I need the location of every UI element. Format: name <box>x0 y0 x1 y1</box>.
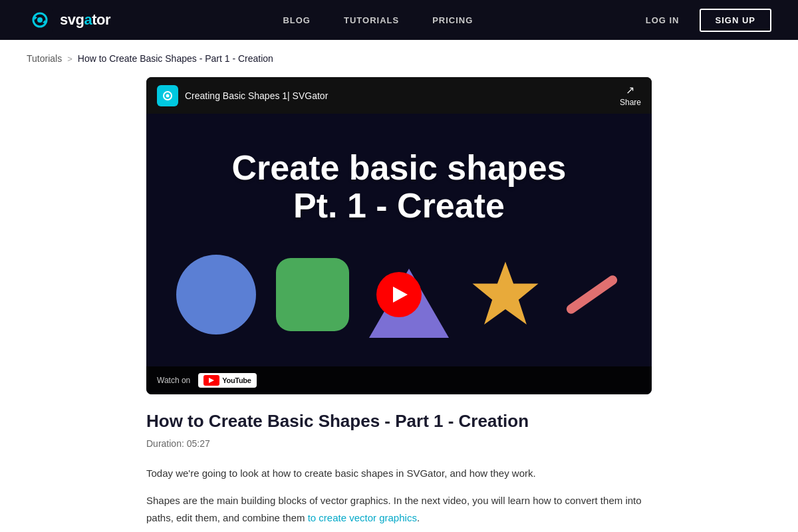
nav-tutorials[interactable]: TUTORIALS <box>344 15 399 25</box>
play-button[interactable] <box>376 272 422 317</box>
header-actions: LOG IN SIGN UP <box>646 9 771 32</box>
mini-logo-svg <box>161 89 174 102</box>
watch-on-label: Watch on <box>157 376 190 385</box>
video-title-bar-text: Creating Basic Shapes 1| SVGator <box>185 90 328 101</box>
video-top-bar: Creating Basic Shapes 1| SVGator ↗ Share <box>146 77 652 114</box>
shape-rounded-rect <box>276 258 349 331</box>
svgator-logo-icon <box>27 7 53 33</box>
youtube-logo[interactable]: YouTube <box>198 373 256 388</box>
shape-circle <box>176 255 256 334</box>
main-content: Creating Basic Shapes 1| SVGator ↗ Share… <box>120 77 678 532</box>
breadcrumb: Tutorials > How to Create Basic Shapes -… <box>0 40 798 77</box>
svg-point-4 <box>166 94 170 97</box>
svg-marker-5 <box>473 262 539 325</box>
video-thumbnail[interactable]: Create basic shapes Pt. 1 - Create <box>146 114 652 366</box>
nav-pricing[interactable]: PRICING <box>432 15 473 25</box>
breadcrumb-parent-link[interactable]: Tutorials <box>27 53 62 64</box>
video-bottom-bar: Watch on YouTube <box>146 366 652 394</box>
video-container[interactable]: Creating Basic Shapes 1| SVGator ↗ Share… <box>146 77 652 394</box>
breadcrumb-separator: > <box>67 54 72 64</box>
header: svgator BLOG TUTORIALS PRICING LOG IN SI… <box>0 0 798 40</box>
play-button-circle[interactable] <box>376 272 422 317</box>
shape-line <box>565 274 619 316</box>
nav-blog[interactable]: BLOG <box>283 15 311 25</box>
svgator-mini-logo <box>157 85 178 106</box>
breadcrumb-current-page: How to Create Basic Shapes - Part 1 - Cr… <box>78 53 273 64</box>
youtube-icon <box>203 375 219 386</box>
login-link[interactable]: LOG IN <box>646 15 680 25</box>
article-link[interactable]: to create vector graphics <box>308 512 417 523</box>
main-nav: BLOG TUTORIALS PRICING <box>283 15 473 25</box>
share-label: Share <box>620 98 641 107</box>
article-para-2: Shapes are the main building blocks of v… <box>146 492 652 526</box>
share-icon: ↗ <box>626 84 634 96</box>
article-duration: Duration: 05:27 <box>146 438 652 449</box>
svg-point-2 <box>37 17 43 23</box>
signup-button[interactable]: SIGN UP <box>700 9 771 32</box>
article-title: How to Create Basic Shapes - Part 1 - Cr… <box>146 410 652 433</box>
logo-area: svgator <box>27 7 110 33</box>
shapes-row <box>160 251 638 338</box>
article-para-2-suffix: . <box>417 512 420 523</box>
star-svg <box>469 258 542 331</box>
shape-star <box>469 258 542 331</box>
logo-text: svgator <box>60 11 110 29</box>
video-top-left: Creating Basic Shapes 1| SVGator <box>157 85 328 106</box>
article-para-1: Today we're going to look at how to crea… <box>146 465 652 482</box>
article-body: Today we're going to look at how to crea… <box>146 465 652 527</box>
article-content: How to Create Basic Shapes - Part 1 - Cr… <box>146 410 652 526</box>
youtube-label: YouTube <box>222 376 251 384</box>
video-main-title: Create basic shapes Pt. 1 - Create <box>232 149 567 225</box>
video-share-button[interactable]: ↗ Share <box>620 84 641 107</box>
video-heading: Create basic shapes Pt. 1 - Create <box>232 149 567 225</box>
